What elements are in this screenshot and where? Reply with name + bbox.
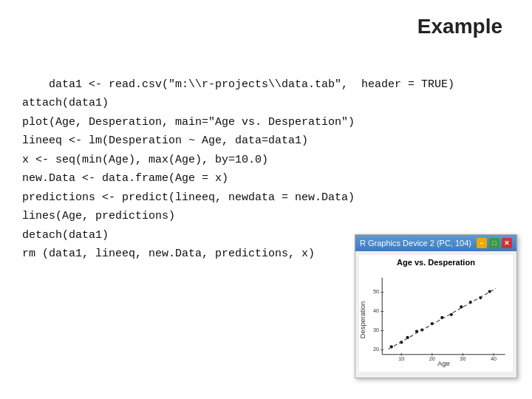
svg-text:20: 20 xyxy=(429,355,435,362)
chart-plot-area: Age vs. Desperation Desperation Age 20 3… xyxy=(359,255,513,372)
chart-plot-title: Age vs. Desperation xyxy=(397,258,475,267)
code-line-10: rm (data1, lineeq, new.Data, predictions… xyxy=(22,248,315,260)
code-line-5: x <- seq(min(Age), max(Age), by=10.0) xyxy=(22,154,268,166)
minimize-button[interactable]: − xyxy=(477,238,487,248)
window-controls: − □ ✕ xyxy=(477,238,512,248)
svg-text:30: 30 xyxy=(373,327,379,333)
r-graphics-window[interactable]: R Graphics Device 2 (PC, 104) − □ ✕ Age … xyxy=(355,234,517,378)
slide-page: Example data1 <- read.csv("m:\\r-project… xyxy=(0,0,532,399)
svg-text:30: 30 xyxy=(460,355,466,362)
chart-svg: Desperation Age 20 30 40 50 10 20 30 40 xyxy=(359,268,513,372)
code-line-2: attach(data1) xyxy=(22,97,109,109)
svg-line-32 xyxy=(389,288,497,349)
svg-text:10: 10 xyxy=(398,355,404,362)
code-line-6: new.Data <- data.frame(Age = x) xyxy=(22,172,228,185)
code-line-3: plot(Age, Desperation, main="Age vs. Des… xyxy=(22,116,355,129)
code-line-4: lineeq <- lm(Desperation ~ Age, data=dat… xyxy=(22,134,308,147)
chart-window-title: R Graphics Device 2 (PC, 104) xyxy=(360,239,471,248)
code-line-7: predictions <- predict(lineeq, newdata =… xyxy=(22,191,355,204)
close-button[interactable]: ✕ xyxy=(502,238,512,248)
svg-text:50: 50 xyxy=(373,288,379,295)
code-line-8: lines(Age, predictions) xyxy=(22,210,175,222)
svg-text:Desperation: Desperation xyxy=(359,301,366,338)
slide-title: Example xyxy=(22,15,510,38)
svg-text:40: 40 xyxy=(491,355,497,362)
svg-text:Age: Age xyxy=(437,360,450,367)
code-line-1: data1 <- read.csv("m:\\r-projects\\data.… xyxy=(49,78,454,91)
code-line-9: detach(data1) xyxy=(22,229,109,242)
svg-text:20: 20 xyxy=(373,346,379,352)
maximize-button[interactable]: □ xyxy=(489,238,499,248)
svg-text:40: 40 xyxy=(373,307,379,314)
chart-titlebar: R Graphics Device 2 (PC, 104) − □ ✕ xyxy=(355,235,516,251)
svg-point-28 xyxy=(460,305,463,308)
